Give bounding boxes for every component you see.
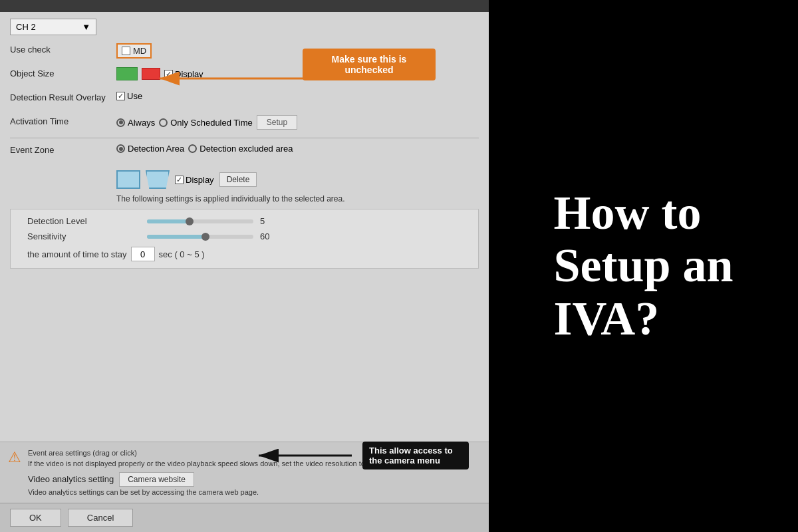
activation-time-label: Activation Time: [10, 114, 116, 126]
always-radio-dot[interactable]: [116, 118, 125, 127]
detection-area-label: Detection Area: [128, 144, 184, 154]
detection-level-thumb[interactable]: [186, 217, 194, 225]
always-label: Always: [128, 118, 155, 128]
sensitivity-row: Sensitivity 60: [27, 231, 468, 241]
right-title-text: How to Setup an IVA?: [553, 187, 733, 345]
zone-shapes-row: ✓ Display Delete: [10, 166, 479, 189]
scheduled-label: Only Scheduled Time: [170, 118, 253, 128]
detection-level-track[interactable]: [147, 219, 253, 223]
always-radio[interactable]: Always: [116, 118, 155, 128]
detection-result-label: Detection Result Overlay: [10, 90, 116, 104]
scheduled-radio-dot[interactable]: [159, 118, 168, 127]
md-label: MD: [133, 46, 146, 56]
title-line1: How to: [553, 187, 733, 239]
event-zone-row: Event Zone Detection Area Detection excl…: [10, 142, 479, 161]
annotation-text: Make sure this is unchecked: [332, 54, 407, 75]
md-checkbox-wrapper[interactable]: MD: [116, 43, 152, 59]
display-check-zone[interactable]: ✓ Display: [175, 175, 214, 185]
bottom-buttons: OK Cancel: [0, 503, 489, 532]
detection-excluded-dot[interactable]: [188, 144, 197, 153]
channel-dropdown[interactable]: CH 2 ▼: [10, 19, 96, 35]
activation-time-content: Always Only Scheduled Time Setup: [116, 114, 479, 130]
dropdown-arrow-icon: ▼: [82, 22, 90, 32]
display-checkbox-zone[interactable]: ✓: [175, 176, 184, 184]
channel-label: CH 2: [16, 22, 36, 32]
top-bar: [0, 0, 489, 12]
left-panel: Make sure this is unchecked CH 2 ▼ Use c…: [0, 0, 489, 532]
detection-area-dot[interactable]: [116, 144, 125, 153]
detection-result-row: Detection Result Overlay ✓ Use: [10, 90, 479, 108]
camera-website-button[interactable]: Camera website: [119, 472, 194, 487]
activation-time-row: Activation Time Always Only Scheduled Ti…: [10, 114, 479, 132]
warning-text-3: Video analytics settings can be set by a…: [28, 487, 428, 498]
sensitivity-fill: [147, 235, 205, 239]
title-line2: Setup an: [553, 239, 733, 292]
display-label-zone: Display: [186, 175, 214, 185]
trapez-shape-icon[interactable]: [146, 170, 170, 189]
time-label: the amount of time to stay: [27, 249, 127, 259]
camera-annotation-bubble: This allow access to the camera menu: [362, 442, 469, 469]
orange-arrow-icon: [153, 65, 313, 92]
sensitivity-thumb[interactable]: [201, 233, 209, 241]
md-checkbox[interactable]: [122, 47, 130, 55]
sensitivity-track[interactable]: [147, 235, 253, 239]
black-arrow-icon: [252, 446, 358, 466]
delete-button[interactable]: Delete: [219, 172, 257, 187]
right-panel: How to Setup an IVA?: [489, 0, 798, 532]
detection-level-label: Detection Level: [27, 216, 140, 226]
ok-button[interactable]: OK: [10, 509, 61, 527]
use-checkbox-detect[interactable]: ✓: [116, 92, 125, 100]
info-text: The following settings is applied indivi…: [10, 194, 479, 203]
time-input[interactable]: [131, 247, 155, 261]
detection-level-value: 5: [260, 216, 280, 226]
use-check-label: Use check: [10, 42, 116, 55]
settings-area: Make sure this is unchecked CH 2 ▼ Use c…: [0, 12, 489, 442]
detection-excluded-label: Detection excluded area: [200, 144, 293, 154]
event-zone-label: Event Zone: [10, 142, 116, 155]
video-analytics-label: Video analytics setting: [28, 474, 114, 484]
event-zone-content: Detection Area Detection excluded area: [116, 142, 479, 154]
slider-area: Detection Level 5 Sensitivity 60 the amo…: [10, 209, 479, 269]
scheduled-radio[interactable]: Only Scheduled Time: [159, 118, 253, 128]
channel-row: CH 2 ▼: [10, 19, 479, 35]
cancel-button[interactable]: Cancel: [68, 509, 133, 527]
detection-excluded-radio[interactable]: Detection excluded area: [188, 144, 293, 154]
use-label-detect: Use: [127, 91, 142, 101]
warning-area: ⚠ Event area settings (drag or click) If…: [0, 442, 489, 503]
rect-shape-icon[interactable]: [116, 170, 140, 189]
camera-annotation-wrapper: This allow access to the camera menu: [252, 442, 469, 469]
object-size-label: Object Size: [10, 66, 116, 78]
warning-icon: ⚠: [8, 449, 21, 466]
sensitivity-label: Sensitivity: [27, 231, 140, 241]
camera-annotation-text: This allow access to the camera menu: [369, 446, 453, 466]
unchecked-annotation: Make sure this is unchecked: [303, 49, 436, 80]
camera-website-row: Video analytics setting Camera website: [28, 472, 428, 487]
detection-level-row: Detection Level 5: [27, 216, 468, 226]
divider-1: [10, 138, 479, 138]
object-size-green[interactable]: [116, 67, 138, 80]
detection-level-fill: [147, 219, 190, 223]
use-check-detect[interactable]: ✓ Use: [116, 91, 142, 101]
time-to-stay-row: the amount of time to stay sec ( 0 ~ 5 ): [27, 247, 468, 261]
detection-area-radio[interactable]: Detection Area: [116, 144, 184, 154]
zone-shapes: ✓ Display Delete: [116, 170, 257, 189]
sensitivity-value: 60: [260, 231, 280, 241]
setup-button[interactable]: Setup: [257, 115, 297, 130]
title-line3: IVA?: [553, 293, 733, 345]
time-unit: sec ( 0 ~ 5 ): [159, 249, 205, 259]
